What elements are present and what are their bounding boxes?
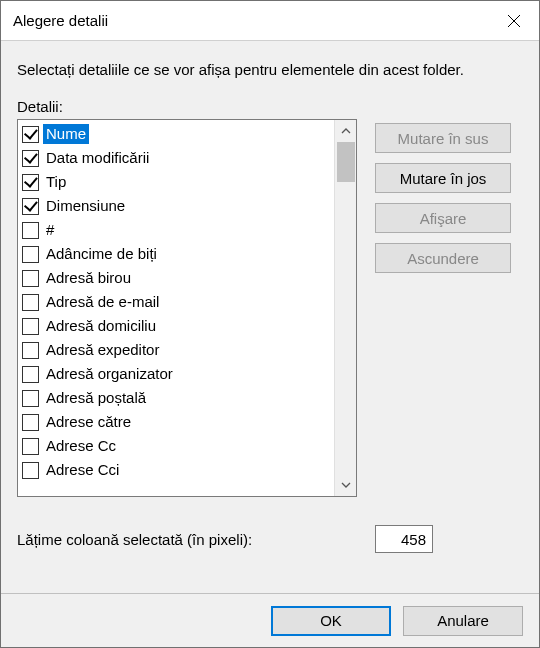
window-title: Alegere detalii bbox=[13, 12, 108, 29]
scroll-up-button[interactable] bbox=[335, 120, 356, 142]
checkbox[interactable] bbox=[22, 270, 39, 287]
checkbox[interactable] bbox=[22, 414, 39, 431]
list-item[interactable]: Adresă expeditor bbox=[20, 338, 334, 362]
list-item-label: Adresă de e-mail bbox=[43, 292, 162, 312]
list-item[interactable]: Tip bbox=[20, 170, 334, 194]
checkbox[interactable] bbox=[22, 150, 39, 167]
list-item-label: Adrese Cc bbox=[43, 436, 119, 456]
list-item[interactable]: Adresă domiciliu bbox=[20, 314, 334, 338]
show-button[interactable]: Afişare bbox=[375, 203, 511, 233]
width-row: Lățime coloană selectată (în pixeli): bbox=[17, 525, 523, 553]
list-item[interactable]: Nume bbox=[20, 122, 334, 146]
list-item[interactable]: Adrese către bbox=[20, 410, 334, 434]
checkbox[interactable] bbox=[22, 318, 39, 335]
scroll-track[interactable] bbox=[335, 142, 356, 474]
list-item[interactable]: Adrese Cci bbox=[20, 458, 334, 482]
checkbox[interactable] bbox=[22, 294, 39, 311]
scroll-thumb[interactable] bbox=[337, 142, 355, 182]
scrollbar[interactable] bbox=[334, 120, 356, 496]
checkbox[interactable] bbox=[22, 246, 39, 263]
list-item-label: Adrese către bbox=[43, 412, 134, 432]
list-item-label: Data modificării bbox=[43, 148, 152, 168]
list-item-label: Adresă domiciliu bbox=[43, 316, 159, 336]
list-item[interactable]: # bbox=[20, 218, 334, 242]
list-item-label: Adâncime de biți bbox=[43, 244, 160, 264]
chevron-up-icon bbox=[341, 126, 351, 136]
scroll-down-button[interactable] bbox=[335, 474, 356, 496]
list-item-label: Dimensiune bbox=[43, 196, 128, 216]
list-item[interactable]: Data modificării bbox=[20, 146, 334, 170]
move-up-button[interactable]: Mutare în sus bbox=[375, 123, 511, 153]
hide-button[interactable]: Ascundere bbox=[375, 243, 511, 273]
width-label: Lățime coloană selectată (în pixeli): bbox=[17, 531, 252, 548]
checkbox[interactable] bbox=[22, 342, 39, 359]
close-button[interactable] bbox=[489, 1, 539, 41]
width-input[interactable] bbox=[375, 525, 433, 553]
checkbox[interactable] bbox=[22, 198, 39, 215]
list-item-label: Adrese Cci bbox=[43, 460, 122, 480]
list-item-label: Tip bbox=[43, 172, 69, 192]
list-item[interactable]: Adresă de e-mail bbox=[20, 290, 334, 314]
details-label: Detalii: bbox=[17, 98, 523, 115]
list-item[interactable]: Adresă organizator bbox=[20, 362, 334, 386]
dialog-window: Alegere detalii Selectați detaliile ce s… bbox=[0, 0, 540, 648]
checkbox[interactable] bbox=[22, 366, 39, 383]
details-listbox[interactable]: NumeData modificăriiTipDimensiune#Adânci… bbox=[17, 119, 357, 497]
titlebar: Alegere detalii bbox=[1, 1, 539, 41]
checkbox[interactable] bbox=[22, 390, 39, 407]
chevron-down-icon bbox=[341, 480, 351, 490]
checkbox[interactable] bbox=[22, 174, 39, 191]
move-down-button[interactable]: Mutare în jos bbox=[375, 163, 511, 193]
side-buttons: Mutare în sus Mutare în jos Afişare Ascu… bbox=[375, 119, 511, 497]
list-item[interactable]: Adâncime de biți bbox=[20, 242, 334, 266]
ok-button[interactable]: OK bbox=[271, 606, 391, 636]
list-item-label: Adresă organizator bbox=[43, 364, 176, 384]
checkbox[interactable] bbox=[22, 126, 39, 143]
checkbox[interactable] bbox=[22, 222, 39, 239]
checkbox[interactable] bbox=[22, 462, 39, 479]
list-item[interactable]: Adrese Cc bbox=[20, 434, 334, 458]
dialog-footer: OK Anulare bbox=[1, 593, 539, 647]
list-item-label: # bbox=[43, 220, 57, 240]
list-item[interactable]: Adresă birou bbox=[20, 266, 334, 290]
list-item[interactable]: Adresă poștală bbox=[20, 386, 334, 410]
list-item-label: Adresă expeditor bbox=[43, 340, 162, 360]
list-item-label: Adresă poștală bbox=[43, 388, 149, 408]
cancel-button[interactable]: Anulare bbox=[403, 606, 523, 636]
main-row: NumeData modificăriiTipDimensiune#Adânci… bbox=[17, 119, 523, 497]
list-item[interactable]: Dimensiune bbox=[20, 194, 334, 218]
close-icon bbox=[507, 14, 521, 28]
list-item-label: Adresă birou bbox=[43, 268, 134, 288]
list-item-label: Nume bbox=[43, 124, 89, 144]
instruction-text: Selectați detaliile ce se vor afișa pent… bbox=[17, 61, 523, 78]
checkbox[interactable] bbox=[22, 438, 39, 455]
dialog-body: Selectați detaliile ce se vor afișa pent… bbox=[1, 41, 539, 593]
